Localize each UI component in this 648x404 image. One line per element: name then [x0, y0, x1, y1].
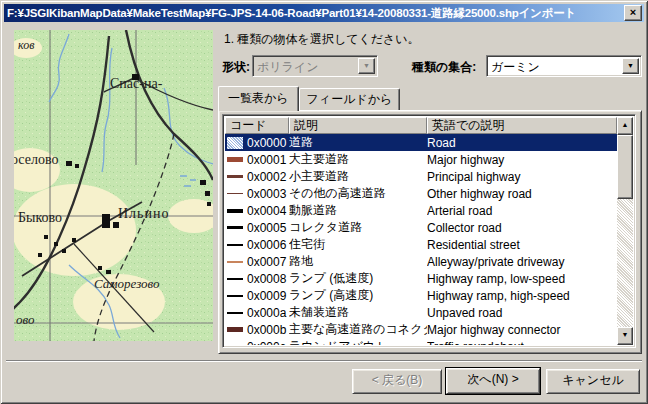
row-english-description: Highway ramp, low-speed	[427, 272, 617, 286]
header-cell-desc[interactable]: 説明	[289, 117, 427, 134]
tab-from-list[interactable]: 一覧表から	[218, 86, 299, 111]
close-icon: ×	[630, 6, 636, 18]
row-english-description: Highway ramp, high-speed	[427, 289, 617, 303]
row-description: 主要な高速道路のコネクタ	[289, 321, 427, 338]
back-button: < 戻る(B)	[352, 369, 442, 394]
line-style-icon	[227, 226, 243, 229]
row-description: ランプ (低速度)	[289, 270, 427, 287]
table-row[interactable]: 0x0008ランプ (低速度)Highway ramp, low-speed	[225, 270, 617, 287]
map-preview: ков Спас-на- Быково оселово Ильино Самор…	[14, 30, 213, 341]
titlebar[interactable]: F:¥JSGIKibanMapData¥MakeTestMap¥FG-JPS-1…	[4, 4, 644, 22]
table-row[interactable]: 0x000cラウンドアバウトTraffic roundabout	[225, 338, 617, 345]
row-code: 0x000b	[247, 323, 289, 337]
chevron-down-icon[interactable]: ▼	[622, 58, 639, 74]
row-code: 0x0002	[247, 170, 289, 184]
row-code: 0x0007	[247, 255, 289, 269]
typeset-combo-value: ガーミン	[491, 59, 623, 76]
map-label-kov: ков	[18, 38, 34, 53]
table-row[interactable]: 0x000b主要な高速道路のコネクタMajor highway connecto…	[225, 321, 617, 338]
line-style-icon	[227, 295, 243, 297]
row-code: 0x0006	[247, 238, 289, 252]
typeset-combo[interactable]: ガーミン ▼	[486, 55, 642, 77]
line-style-icon	[227, 278, 243, 280]
table-row[interactable]: 0x0003その他の高速道路Other highway road	[225, 185, 617, 202]
row-description: その他の高速道路	[289, 185, 427, 202]
row-english-description: Traffic roundabout	[427, 340, 617, 346]
scroll-down-icon: ▼	[622, 331, 629, 338]
line-style-icon	[227, 157, 243, 162]
cancel-button[interactable]: キャンセル	[546, 369, 640, 394]
tab-from-field[interactable]: フィールドから	[299, 88, 401, 111]
separator	[6, 360, 642, 362]
row-english-description: Unpaved road	[427, 306, 617, 320]
line-style-icon	[227, 137, 243, 149]
row-english-description: Principal highway	[427, 170, 617, 184]
row-code: 0x000a	[247, 306, 289, 320]
row-description: ラウンドアバウト	[289, 338, 427, 345]
row-english-description: Road	[427, 136, 617, 150]
row-description: 大主要道路	[289, 151, 427, 168]
typeset-label: 種類の集合:	[412, 59, 476, 76]
header-cell-code[interactable]: コード	[225, 117, 289, 134]
type-list: コード 説明 英語での説明 0x0000道路Road0x0001大主要道路Maj…	[222, 114, 636, 348]
close-button[interactable]: ×	[624, 5, 642, 21]
row-english-description: Major highway connector	[427, 323, 617, 337]
scroll-down-button[interactable]: ▼	[617, 327, 633, 345]
table-row[interactable]: 0x0004動脈道路Arterial road	[225, 202, 617, 219]
line-style-icon	[227, 312, 243, 314]
tab-strip: 一覧表から フィールドから	[218, 90, 400, 111]
row-description: 未舗装道路	[289, 304, 427, 321]
scroll-track[interactable]	[617, 199, 633, 327]
table-row[interactable]: 0x0007路地Alleyway/private driveway	[225, 253, 617, 270]
row-code: 0x0003	[247, 187, 289, 201]
line-style-icon	[227, 261, 243, 263]
import-dialog: F:¥JSGIKibanMapData¥MakeTestMap¥FG-JPS-1…	[0, 0, 648, 404]
list-header: コード 説明 英語での説明	[225, 117, 617, 134]
step-instruction: 1. 種類の物体を選択してください。	[224, 31, 420, 48]
line-style-icon	[227, 327, 243, 332]
row-description: 小主要道路	[289, 168, 427, 185]
row-code: 0x0004	[247, 204, 289, 218]
row-description: 道路	[289, 134, 427, 151]
map-label-bykovo: Быково	[18, 210, 62, 226]
header-cell-en[interactable]: 英語での説明	[427, 117, 617, 134]
scroll-up-button[interactable]: ▲	[617, 117, 633, 135]
table-row[interactable]: 0x0005コレクタ道路Collector road	[225, 219, 617, 236]
line-style-icon	[227, 193, 243, 194]
row-description: 動脈道路	[289, 202, 427, 219]
row-description: 路地	[289, 253, 427, 270]
row-code: 0x0008	[247, 272, 289, 286]
row-english-description: Residential street	[427, 238, 617, 252]
row-english-description: Arterial road	[427, 204, 617, 218]
row-code: 0x0009	[247, 289, 289, 303]
line-style-icon	[227, 244, 243, 246]
table-row[interactable]: 0x000a未舗装道路Unpaved road	[225, 304, 617, 321]
row-code: 0x0001	[247, 153, 289, 167]
scroll-thumb[interactable]	[617, 135, 633, 199]
row-english-description: Alleyway/private driveway	[427, 255, 617, 269]
chevron-down-icon: ▼	[358, 58, 375, 74]
row-description: コレクタ道路	[289, 219, 427, 236]
row-english-description: Other highway road	[427, 187, 617, 201]
table-row[interactable]: 0x0001大主要道路Major highway	[225, 151, 617, 168]
table-row[interactable]: 0x0009ランプ (高速度)Highway ramp, high-speed	[225, 287, 617, 304]
scroll-up-icon: ▲	[622, 121, 629, 128]
row-code: 0x000c	[247, 340, 289, 346]
row-description: 住宅街	[289, 236, 427, 253]
row-code: 0x0005	[247, 221, 289, 235]
type-list-rows: 0x0000道路Road0x0001大主要道路Major highway0x00…	[225, 134, 617, 345]
next-button[interactable]: 次へ(N) >	[446, 368, 540, 394]
row-english-description: Collector road	[427, 221, 617, 235]
tab-pane: コード 説明 英語での説明 0x0000道路Road0x0001大主要道路Maj…	[218, 110, 642, 354]
window-title: F:¥JSGIKibanMapData¥MakeTestMap¥FG-JPS-1…	[4, 6, 624, 21]
map-label-ovo: ово	[16, 312, 34, 328]
table-row[interactable]: 0x0002小主要道路Principal highway	[225, 168, 617, 185]
map-label-spas: Спас-на-	[110, 76, 162, 92]
row-code: 0x0000	[247, 136, 289, 150]
scrollbar[interactable]: ▲ ▼	[617, 117, 633, 345]
table-row[interactable]: 0x0000道路Road	[225, 134, 617, 151]
shape-label: 形状:	[222, 59, 250, 76]
line-style-icon	[227, 209, 243, 213]
table-row[interactable]: 0x0006住宅街Residential street	[225, 236, 617, 253]
line-style-icon	[227, 175, 243, 178]
